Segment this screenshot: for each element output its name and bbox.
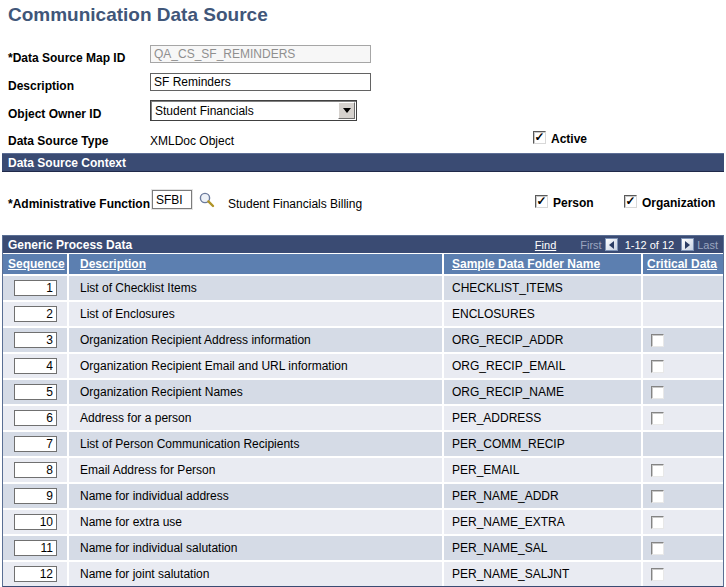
- table-row: Organization Recipient Email and URL inf…: [3, 352, 723, 378]
- critical-data-checkbox[interactable]: [651, 412, 664, 425]
- row-range-indicator: 1-12 of 12: [625, 239, 675, 251]
- table-row: Name for joint salutation PER_NAME_SALJN…: [3, 560, 723, 586]
- description-input[interactable]: [150, 73, 371, 91]
- row-folder-name: PER_NAME_SAL: [444, 536, 643, 560]
- previous-page-icon[interactable]: [605, 238, 618, 251]
- table-row: Email Address for Person PER_EMAIL: [3, 456, 723, 482]
- row-description: Address for a person: [69, 406, 444, 430]
- data-source-map-id-input: [150, 45, 371, 63]
- sequence-input[interactable]: [14, 566, 57, 582]
- column-header-sequence[interactable]: Sequence: [3, 254, 69, 274]
- row-folder-name: PER_NAME_ADDR: [444, 484, 643, 508]
- row-description: List of Checklist Items: [69, 276, 444, 300]
- column-header-sample-data-folder-name[interactable]: Sample Data Folder Name: [444, 254, 643, 274]
- row-folder-name: PER_ADDRESS: [444, 406, 643, 430]
- sequence-input[interactable]: [14, 514, 57, 530]
- dropdown-arrow-button[interactable]: [338, 102, 355, 119]
- critical-data-checkbox[interactable]: [651, 464, 664, 477]
- row-folder-name: ORG_RECIP_NAME: [444, 380, 643, 404]
- row-description: Organization Recipient Email and URL inf…: [69, 354, 444, 378]
- row-folder-name: CHECKLIST_ITEMS: [444, 276, 643, 300]
- organization-checkbox[interactable]: [624, 195, 637, 208]
- row-folder-name: PER_NAME_SALJNT: [444, 562, 643, 586]
- sequence-input[interactable]: [14, 332, 57, 348]
- next-page-icon[interactable]: [681, 238, 694, 251]
- table-row: List of Checklist Items CHECKLIST_ITEMS: [3, 274, 723, 300]
- arrow-left-icon: [609, 241, 614, 249]
- administrative-function-input[interactable]: [152, 190, 192, 209]
- critical-data-checkbox[interactable]: [651, 568, 664, 581]
- table-row: Name for extra use PER_NAME_EXTRA: [3, 508, 723, 534]
- grid-rows: List of Checklist Items CHECKLIST_ITEMS …: [3, 274, 723, 586]
- table-row: Name for individual salutation PER_NAME_…: [3, 534, 723, 560]
- row-description: List of Enclosures: [69, 302, 444, 326]
- generic-process-data-grid: Generic Process Data Find First 1-12 of …: [2, 235, 724, 587]
- person-checkbox-label: Person: [553, 196, 594, 210]
- sequence-input[interactable]: [14, 280, 57, 296]
- column-header-critical-data[interactable]: Critical Data: [643, 254, 723, 274]
- sequence-input[interactable]: [14, 488, 57, 504]
- find-link[interactable]: Find: [535, 239, 556, 251]
- sequence-input[interactable]: [14, 384, 57, 400]
- row-description: Email Address for Person: [69, 458, 444, 482]
- lookup-magnifier-icon[interactable]: [198, 191, 215, 208]
- table-row: Name for individual address PER_NAME_ADD…: [3, 482, 723, 508]
- row-description: Name for joint salutation: [69, 562, 444, 586]
- row-folder-name: ENCLOSURES: [444, 302, 643, 326]
- active-checkbox-label: Active: [551, 132, 587, 146]
- sequence-input[interactable]: [14, 358, 57, 374]
- administrative-function-description: Student Financials Billing: [228, 197, 362, 211]
- sequence-input[interactable]: [14, 462, 57, 478]
- row-folder-name: PER_NAME_EXTRA: [444, 510, 643, 534]
- sequence-input[interactable]: [14, 306, 57, 322]
- organization-checkbox-label: Organization: [642, 196, 715, 210]
- table-row: List of Person Communication Recipients …: [3, 430, 723, 456]
- row-folder-name: ORG_RECIP_EMAIL: [444, 354, 643, 378]
- table-row: Organization Recipient Address informati…: [3, 326, 723, 352]
- table-row: Address for a person PER_ADDRESS: [3, 404, 723, 430]
- first-link: First: [580, 239, 601, 251]
- administrative-function-label: *Administrative Function: [8, 197, 150, 211]
- row-description: Name for extra use: [69, 510, 444, 534]
- critical-data-checkbox[interactable]: [651, 334, 664, 347]
- sequence-input[interactable]: [14, 540, 57, 556]
- critical-data-checkbox[interactable]: [651, 386, 664, 399]
- critical-data-checkbox[interactable]: [651, 360, 664, 373]
- active-checkbox[interactable]: [533, 131, 546, 144]
- column-header-description[interactable]: Description: [69, 254, 444, 274]
- data-source-type-value: XMLDoc Object: [150, 134, 234, 148]
- description-label: Description: [8, 79, 74, 93]
- row-description: Organization Recipient Names: [69, 380, 444, 404]
- sequence-input[interactable]: [14, 436, 57, 452]
- critical-data-checkbox[interactable]: [651, 516, 664, 529]
- data-source-map-id-label: *Data Source Map ID: [8, 51, 125, 65]
- chevron-down-icon: [343, 108, 351, 113]
- last-link: Last: [697, 239, 718, 251]
- row-folder-name: ORG_RECIP_ADDR: [444, 328, 643, 352]
- page-title: Communication Data Source: [8, 4, 268, 26]
- row-description: Organization Recipient Address informati…: [69, 328, 444, 352]
- grid-column-header-row: Sequence Description Sample Data Folder …: [3, 253, 723, 274]
- grid-section-title: Generic Process Data: [8, 238, 535, 252]
- table-row: List of Enclosures ENCLOSURES: [3, 300, 723, 326]
- data-source-context-section-header: Data Source Context: [2, 153, 724, 172]
- row-folder-name: PER_COMM_RECIP: [444, 432, 643, 456]
- arrow-right-icon: [685, 241, 690, 249]
- table-row: Organization Recipient Names ORG_RECIP_N…: [3, 378, 723, 404]
- grid-navigation-bar: Generic Process Data Find First 1-12 of …: [3, 236, 723, 253]
- object-owner-id-label: Object Owner ID: [8, 107, 101, 121]
- row-description: List of Person Communication Recipients: [69, 432, 444, 456]
- critical-data-checkbox[interactable]: [651, 542, 664, 555]
- data-source-type-label: Data Source Type: [8, 134, 108, 148]
- sequence-input[interactable]: [14, 410, 57, 426]
- row-folder-name: PER_EMAIL: [444, 458, 643, 482]
- object-owner-id-selected-value: Student Financials: [151, 104, 338, 118]
- critical-data-checkbox[interactable]: [651, 490, 664, 503]
- row-description: Name for individual salutation: [69, 536, 444, 560]
- object-owner-id-select[interactable]: Student Financials: [150, 100, 357, 121]
- row-description: Name for individual address: [69, 484, 444, 508]
- person-checkbox[interactable]: [535, 195, 548, 208]
